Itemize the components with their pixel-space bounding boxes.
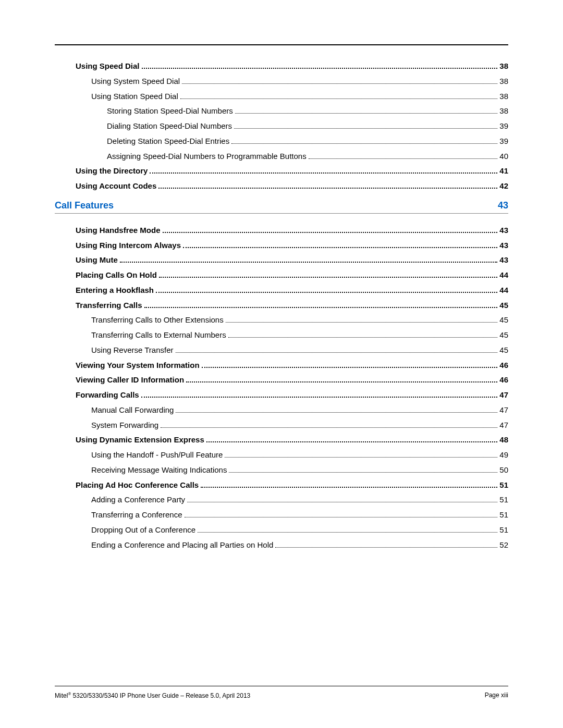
toc-entry-page: 45 [499, 344, 508, 357]
toc-leader-dots [163, 226, 498, 233]
toc-leader-dots [176, 346, 498, 353]
toc-leader-dots [144, 301, 498, 308]
toc-entry[interactable]: Using Station Speed Dial38 [55, 90, 508, 103]
toc-entry[interactable]: Viewing Caller ID Information46 [55, 374, 508, 387]
toc-leader-dots [176, 405, 497, 413]
toc-leader-dots [120, 256, 497, 263]
toc-entry-page: 38 [499, 75, 508, 88]
toc-entry[interactable]: Using the Handoff - Push/Pull Feature49 [55, 449, 508, 462]
toc-leader-dots [150, 167, 497, 174]
toc-entry-title: Using System Speed Dial [91, 75, 180, 88]
toc-entry-page: 45 [499, 299, 508, 312]
toc-block-pre: Using Speed Dial38Using System Speed Dia… [55, 60, 508, 193]
toc-entry-page: 47 [499, 404, 508, 417]
toc-entry-page: 38 [499, 105, 508, 118]
toc-entry-title: Transferring Calls to Other Extensions [91, 314, 224, 327]
toc-entry-title: Manual Call Forwarding [91, 404, 174, 417]
section-title: Call Features [55, 200, 114, 211]
toc-entry[interactable]: Using System Speed Dial38 [55, 75, 508, 88]
toc-entry[interactable]: Storing Station Speed-Dial Numbers38 [55, 105, 508, 118]
toc-entry-page: 42 [499, 180, 508, 193]
toc-entry[interactable]: Placing Calls On Hold44 [55, 269, 508, 282]
toc-leader-dots [231, 137, 497, 144]
toc-leader-dots [156, 286, 497, 293]
toc-entry[interactable]: Using Speed Dial38 [55, 60, 508, 73]
toc-block-post: Using Handsfree Mode43Using Ring Interco… [55, 224, 508, 552]
toc-leader-dots [226, 316, 498, 323]
toc-entry[interactable]: Transferring Calls45 [55, 299, 508, 312]
toc-entry-page: 41 [499, 165, 508, 178]
toc-entry[interactable]: Deleting Station Speed-Dial Entries39 [55, 135, 508, 148]
toc-entry-page: 44 [499, 284, 508, 297]
toc-entry-page: 43 [499, 239, 508, 252]
toc-entry-page: 51 [499, 479, 508, 492]
page-footer: Mitel® 5320/5330/5340 IP Phone User Guid… [55, 686, 508, 699]
toc-entry[interactable]: Adding a Conference Party51 [55, 493, 508, 507]
toc-entry[interactable]: Transferring Calls to Other Extensions45 [55, 314, 508, 327]
toc-entry[interactable]: Using Handsfree Mode43 [55, 224, 508, 237]
toc-leader-dots [235, 107, 498, 114]
toc-leader-dots [206, 436, 498, 443]
toc-leader-dots [185, 511, 498, 518]
toc-entry-title: Adding a Conference Party [91, 493, 185, 507]
toc-leader-dots [187, 496, 497, 503]
toc-entry-title: Viewing Caller ID Information [76, 374, 184, 387]
toc-entry-title: Transferring Calls [76, 299, 142, 312]
header-rule [55, 44, 508, 45]
toc-entry-page: 52 [499, 539, 508, 552]
toc-entry[interactable]: Forwarding Calls47 [55, 389, 508, 402]
toc-entry-page: 47 [499, 419, 508, 432]
toc-entry-title: Using Account Codes [76, 180, 156, 193]
toc-leader-dots [225, 451, 497, 458]
toc-entry[interactable]: Transferring a Conference51 [55, 509, 508, 522]
toc-entry-page: 43 [499, 224, 508, 237]
toc-entry-page: 51 [499, 493, 508, 507]
toc-entry-title: Forwarding Calls [76, 389, 139, 402]
toc-entry[interactable]: Transferring Calls to External Numbers45 [55, 329, 508, 342]
toc-entry[interactable]: Using Reverse Transfer45 [55, 344, 508, 357]
toc-entry-page: 51 [499, 524, 508, 537]
toc-entry-title: Dropping Out of a Conference [91, 524, 195, 537]
toc-entry-title: Storing Station Speed-Dial Numbers [107, 105, 233, 118]
toc-entry[interactable]: Manual Call Forwarding47 [55, 404, 508, 417]
toc-entry-page: 49 [499, 449, 508, 462]
toc-leader-dots [186, 376, 497, 383]
footer-page-number: Page xiii [485, 692, 508, 699]
footer-left: Mitel® 5320/5330/5340 IP Phone User Guid… [55, 692, 250, 699]
toc-leader-dots [180, 92, 498, 99]
toc-leader-dots [309, 152, 498, 159]
toc-entry[interactable]: Receiving Message Waiting Indications50 [55, 464, 508, 477]
toc-entry-page: 45 [499, 314, 508, 327]
toc-entry[interactable]: Dialing Station Speed-Dial Numbers39 [55, 120, 508, 133]
toc-entry[interactable]: Dropping Out of a Conference51 [55, 524, 508, 537]
document-page: Using Speed Dial38Using System Speed Dia… [0, 0, 563, 728]
toc-entry-page: 46 [499, 374, 508, 387]
toc-entry-page: 43 [499, 254, 508, 267]
toc-entry-title: Ending a Conference and Placing all Part… [91, 539, 273, 552]
toc-entry-page: 38 [499, 90, 508, 103]
toc-entry-page: 38 [499, 60, 508, 73]
toc-entry-title: Viewing Your System Information [76, 359, 200, 372]
section-heading[interactable]: Call Features 43 [55, 200, 508, 211]
toc-entry-page: 40 [499, 150, 508, 163]
toc-leader-dots [142, 62, 498, 69]
toc-entry[interactable]: Entering a Hookflash44 [55, 284, 508, 297]
toc-entry[interactable]: Using Ring Intercom Always43 [55, 239, 508, 252]
toc-entry[interactable]: Assigning Speed-Dial Numbers to Programm… [55, 150, 508, 163]
toc-entry[interactable]: System Forwarding47 [55, 419, 508, 432]
toc-entry[interactable]: Placing Ad Hoc Conference Calls51 [55, 479, 508, 492]
toc-leader-dots [159, 271, 497, 278]
toc-entry-page: 39 [499, 135, 508, 148]
toc-entry[interactable]: Viewing Your System Information46 [55, 359, 508, 372]
toc-entry-title: Using Mute [76, 254, 118, 267]
toc-leader-dots [161, 421, 497, 428]
toc-leader-dots [141, 391, 498, 398]
toc-entry[interactable]: Using Mute43 [55, 254, 508, 267]
toc-entry[interactable]: Ending a Conference and Placing all Part… [55, 539, 508, 552]
toc-entry[interactable]: Using Dynamic Extension Express48 [55, 434, 508, 447]
toc-entry[interactable]: Using Account Codes42 [55, 180, 508, 193]
toc-entry-page: 46 [499, 359, 508, 372]
toc-entry[interactable]: Using the Directory41 [55, 165, 508, 178]
toc-entry-page: 39 [499, 120, 508, 133]
toc-entry-page: 47 [499, 389, 508, 402]
